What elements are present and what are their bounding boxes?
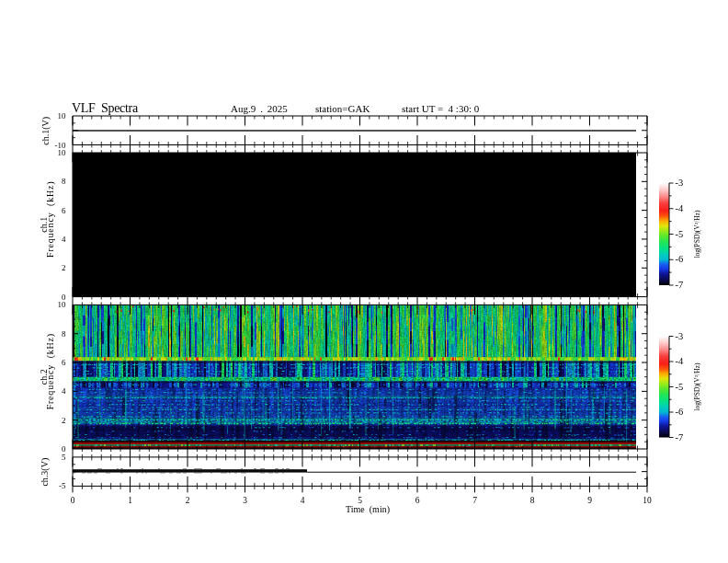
svg-text:station=GAK: station=GAK <box>315 103 370 114</box>
svg-text:3: 3 <box>243 496 247 505</box>
svg-text:-7: -7 <box>676 432 684 442</box>
svg-text:-7: -7 <box>676 280 684 290</box>
svg-text:start UT = 4 :30: 0: start UT = 4 :30: 0 <box>402 103 480 114</box>
svg-text:10: 10 <box>58 148 67 157</box>
svg-text:-5: -5 <box>676 382 684 392</box>
svg-text:4: 4 <box>62 386 66 396</box>
svg-text:6: 6 <box>62 206 66 215</box>
svg-text:log(PSD)(V2/Hz): log(PSD)(V2/Hz) <box>693 362 701 411</box>
svg-text:-6: -6 <box>676 407 684 417</box>
svg-text:6: 6 <box>415 496 420 505</box>
svg-text:4: 4 <box>62 235 66 244</box>
svg-text:8: 8 <box>530 496 535 505</box>
svg-text:-3: -3 <box>676 331 684 341</box>
svg-text:5: 5 <box>62 453 66 462</box>
svg-text:10: 10 <box>58 111 67 121</box>
svg-text:Time (min): Time (min) <box>346 504 390 515</box>
svg-text:1: 1 <box>128 496 132 505</box>
svg-text:0: 0 <box>71 496 75 505</box>
svg-text:ch.1(V): ch.1(V) <box>40 117 51 145</box>
svg-text:-6: -6 <box>676 254 684 264</box>
svg-text:Frequency (kHz): Frequency (kHz) <box>45 333 56 409</box>
svg-text:Frequency (kHz): Frequency (kHz) <box>45 181 56 258</box>
svg-text:log(PSD)(V2/Hz): log(PSD)(V2/Hz) <box>693 210 701 259</box>
svg-text:7: 7 <box>472 496 477 505</box>
svg-text:9: 9 <box>587 496 592 505</box>
svg-text:2: 2 <box>62 416 66 425</box>
svg-text:-5: -5 <box>676 229 684 239</box>
svg-text:4: 4 <box>301 496 305 505</box>
svg-text:ch.3(V): ch.3(V) <box>40 458 51 487</box>
svg-text:10: 10 <box>643 496 652 505</box>
svg-text:8: 8 <box>62 329 66 339</box>
svg-text:2: 2 <box>186 496 190 505</box>
svg-text:VLF Spectra: VLF Spectra <box>72 101 139 115</box>
svg-text:-3: -3 <box>676 178 684 188</box>
svg-text:-4: -4 <box>676 356 684 366</box>
svg-text:Aug.9 . 2025: Aug.9 . 2025 <box>231 103 288 114</box>
svg-text:6: 6 <box>62 358 66 367</box>
svg-text:10: 10 <box>58 300 67 309</box>
svg-text:2: 2 <box>62 263 66 272</box>
svg-text:8: 8 <box>62 177 66 186</box>
svg-text:-5: -5 <box>59 481 66 490</box>
svg-text:-4: -4 <box>676 203 684 213</box>
